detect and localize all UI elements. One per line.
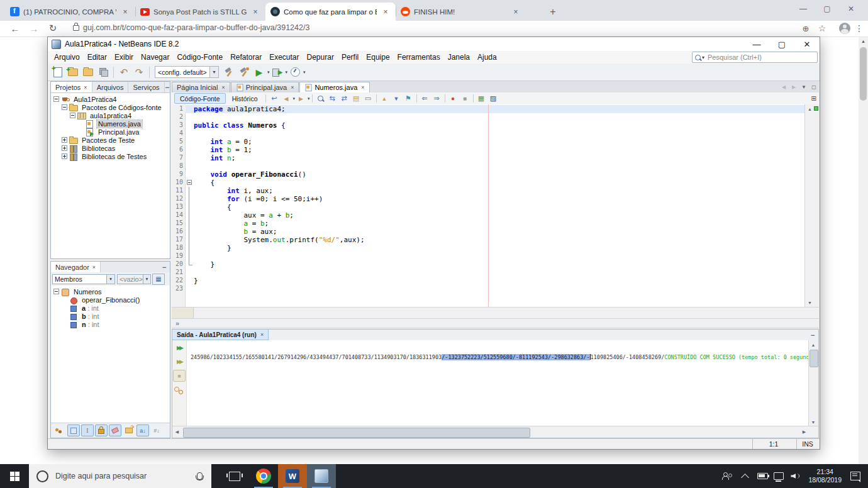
page-action-icon[interactable] xyxy=(798,22,814,35)
menu-equipe[interactable]: Equipe xyxy=(362,52,393,63)
tree-item-aula1pratica4[interactable]: Aula1Pratica4 xyxy=(51,95,170,103)
view-history-button[interactable]: Histórico xyxy=(227,94,263,103)
ant-settings-icon[interactable] xyxy=(174,385,185,396)
minimize-panel-icon[interactable] xyxy=(165,82,170,92)
scroll-up-icon[interactable]: ▲ xyxy=(809,340,818,349)
close-tab-icon[interactable] xyxy=(84,84,87,91)
expander-icon[interactable] xyxy=(62,145,67,151)
editor-tab-numeros-java[interactable]: Numeros.java xyxy=(299,82,369,92)
start-macro-recording-icon[interactable] xyxy=(447,94,459,104)
close-button[interactable]: ✕ xyxy=(794,37,820,51)
close-tab-icon[interactable] xyxy=(291,84,294,91)
tree-item-numeros[interactable]: Numeros xyxy=(51,287,170,296)
output-console[interactable]: 245986/102334155/165580141/267914296/433… xyxy=(187,340,808,426)
tab-projetos[interactable]: Projetos xyxy=(51,82,92,92)
open-source-icon[interactable] xyxy=(123,424,135,436)
menu-codigo-fonte[interactable]: Código-Fonte xyxy=(173,52,226,63)
find-previous-occurrence-icon[interactable] xyxy=(326,94,338,104)
build-project-icon[interactable] xyxy=(221,65,236,79)
browser-maximize-button[interactable]: ▢ xyxy=(815,0,839,18)
menu-exibir[interactable]: Exibir xyxy=(111,52,137,63)
debug-project-icon[interactable] xyxy=(270,65,285,79)
output-vertical-scrollbar[interactable]: ▲ ▼ xyxy=(808,340,818,426)
output-tab[interactable]: Saída - Aula1Pratica4 (run) xyxy=(172,330,269,340)
toggle-bookmark-icon[interactable] xyxy=(403,94,415,104)
start-button[interactable] xyxy=(0,464,29,488)
expander-icon[interactable] xyxy=(62,104,67,110)
tree-item-numeros-java[interactable]: Numeros.java xyxy=(51,119,170,128)
editor-horizontal-scrollbar[interactable] xyxy=(172,307,819,319)
navigator-view-icon[interactable] xyxy=(152,274,165,285)
profile-project-icon[interactable] xyxy=(287,65,303,79)
editor-tab-pagina-inicial[interactable]: Página Inicial xyxy=(172,82,230,92)
action-center-button[interactable] xyxy=(847,464,868,488)
browser-tab-reddit[interactable]: FINISH HIM! xyxy=(396,3,526,21)
navigator-filter-select[interactable]: <vazio>▼ xyxy=(117,274,151,284)
task-view-button[interactable] xyxy=(220,464,249,488)
show-static-members-icon[interactable] xyxy=(81,424,94,436)
scroll-down-icon[interactable]: ▼ xyxy=(805,298,815,307)
taskbar-search-input[interactable] xyxy=(54,471,197,481)
quick-search-input[interactable] xyxy=(706,53,817,62)
view-source-button[interactable]: Código-Fonte xyxy=(174,93,226,104)
close-output-icon[interactable] xyxy=(260,331,264,338)
uncomment-icon[interactable] xyxy=(487,94,499,104)
clean-and-build-icon[interactable] xyxy=(236,65,252,79)
scroll-tabs-right-icon[interactable]: ▶ xyxy=(789,84,799,90)
word-taskbar-button[interactable] xyxy=(278,464,307,488)
new-file-icon[interactable] xyxy=(50,65,65,79)
menu-editar[interactable]: Editar xyxy=(84,52,111,63)
code-editor[interactable]: 1package aula1pratica4;23public class Nu… xyxy=(172,104,819,307)
menu-janela[interactable]: Janela xyxy=(444,52,474,63)
fold-collapse-icon[interactable] xyxy=(187,180,192,185)
sort-alphabetically-icon[interactable] xyxy=(136,424,149,436)
config-chevron-icon[interactable]: ▼ xyxy=(209,67,218,77)
scrollbar-thumb[interactable] xyxy=(810,350,818,367)
bookmark-star-icon[interactable] xyxy=(814,22,830,35)
expander-icon[interactable] xyxy=(62,153,67,159)
menu-depurar[interactable]: Depurar xyxy=(303,52,338,63)
close-tab-icon[interactable] xyxy=(221,84,225,91)
rectangular-selection-icon[interactable] xyxy=(362,94,374,104)
shift-right-icon[interactable] xyxy=(431,94,443,104)
tab-close-icon[interactable] xyxy=(511,7,521,17)
menu-navegar[interactable]: Navegar xyxy=(137,52,173,63)
navigate-back-icon[interactable] xyxy=(280,94,292,104)
find-next-occurrence-icon[interactable] xyxy=(338,94,350,104)
microphone-icon[interactable] xyxy=(197,472,203,480)
editor-tab-principal-java[interactable]: Principal.java xyxy=(231,82,299,92)
tab-navegador[interactable]: Navegador xyxy=(51,262,101,272)
scroll-left-icon[interactable]: ◀ xyxy=(172,427,182,438)
volume-tray-button[interactable] xyxy=(787,464,803,488)
open-project-icon[interactable] xyxy=(81,65,96,79)
maximize-editor-icon[interactable]: ▢ xyxy=(809,84,819,90)
comment-icon[interactable] xyxy=(476,94,487,104)
tree-item-bibliotecas[interactable]: Bibliotecas xyxy=(51,144,170,152)
menu-ferramentas[interactable]: Ferramentas xyxy=(394,52,444,63)
chrome-taskbar-button[interactable] xyxy=(249,464,278,488)
browser-page-scrollbar[interactable]: ▲ xyxy=(859,36,868,464)
run-project-icon[interactable] xyxy=(252,65,267,79)
find-selection-icon[interactable] xyxy=(314,94,326,104)
reload-icon[interactable] xyxy=(45,21,60,35)
no-errors-indicator[interactable] xyxy=(814,106,818,111)
next-bookmark-icon[interactable] xyxy=(391,94,403,104)
menu-refatorar[interactable]: Refatorar xyxy=(226,52,265,63)
stop-macro-recording-icon[interactable] xyxy=(459,94,471,104)
netbeans-title-bar[interactable]: Aula1Pratica4 - NetBeans IDE 8.2 xyxy=(48,37,820,51)
browser-tab-facebook[interactable]: (1) PATROCINIO, COMPRA VEND xyxy=(5,3,135,21)
browser-tab-guj[interactable]: Como que faz para limpar o Buff xyxy=(265,3,396,21)
new-project-icon[interactable] xyxy=(65,65,81,79)
browser-close-button[interactable]: ✕ xyxy=(839,0,863,18)
forward-icon[interactable] xyxy=(26,21,42,35)
tab-arquivos[interactable]: Arquivos xyxy=(92,82,129,92)
scroll-right-icon[interactable]: ▶ xyxy=(799,427,809,438)
show-inner-classes-icon[interactable] xyxy=(53,424,66,436)
tab-close-icon[interactable] xyxy=(120,7,130,17)
tree-item-operar-fibonacci-[interactable]: operar_Fibonacci() xyxy=(51,296,170,304)
expander-icon[interactable] xyxy=(53,96,59,102)
netbeans-taskbar-button[interactable] xyxy=(307,464,336,488)
show-inherited-members-icon[interactable] xyxy=(109,424,121,436)
tab-servicos[interactable]: Serviços xyxy=(128,82,164,92)
previous-bookmark-icon[interactable] xyxy=(379,94,391,104)
